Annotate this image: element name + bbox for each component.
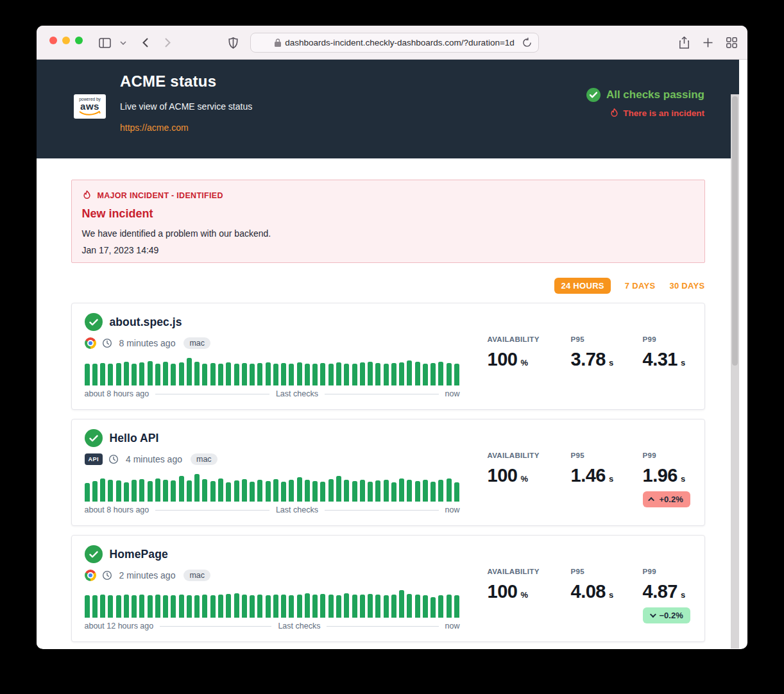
tab-30-days[interactable]: 30 DAYS [669, 278, 704, 294]
uptime-bar [297, 477, 302, 502]
scrollbar-thumb[interactable] [732, 96, 738, 366]
uptime-bar [266, 481, 271, 502]
uptime-bar [391, 363, 396, 385]
runtime-tag: mac [191, 453, 217, 465]
uptime-bar [218, 478, 223, 502]
aws-smile-icon [78, 111, 101, 115]
uptime-bar [447, 363, 452, 385]
new-tab-button[interactable] [699, 26, 716, 60]
uptime-bar [171, 364, 176, 385]
availability-unit: % [520, 590, 528, 600]
uptime-bar [407, 360, 412, 385]
minimize-window-button[interactable] [62, 37, 70, 44]
browser-toolbar: dashboards-incident.checkly-dashboards.c… [37, 26, 747, 60]
plus-icon [703, 38, 713, 47]
uptime-bar [384, 364, 389, 385]
uptime-bar [116, 363, 121, 385]
uptime-bar [312, 364, 318, 385]
uptime-bar [447, 478, 452, 502]
uptime-bar [384, 480, 389, 502]
p95-unit: s [609, 358, 613, 368]
uptime-bar [100, 478, 105, 502]
incident-level-row: MAJOR INCIDENT - IDENTIFIED [82, 190, 694, 201]
status-page-header: powered by aws ACME status Live view of … [37, 60, 739, 158]
sidebar-menu-button[interactable] [117, 26, 129, 60]
uptime-bar [148, 361, 153, 385]
uptime-bar [194, 474, 200, 502]
uptime-bar [171, 480, 176, 502]
uptime-bar [438, 480, 443, 502]
uptime-bar [266, 362, 271, 385]
uptime-bar [108, 595, 113, 618]
clock-icon [102, 570, 112, 580]
axis-end-label: now [445, 505, 460, 514]
p99-unit: s [681, 358, 685, 368]
zoom-window-button[interactable] [75, 37, 83, 44]
address-bar[interactable]: dashboards-incident.checkly-dashboards.c… [250, 33, 539, 53]
uptime-bar [234, 593, 239, 618]
uptime-bar [430, 482, 436, 502]
uptime-bar [336, 595, 341, 618]
p95-label: P95 [571, 335, 643, 343]
uptime-bar [187, 595, 192, 618]
check-title: HomePage [110, 548, 168, 561]
uptime-bar [257, 363, 262, 385]
availability-value: 100 [488, 465, 518, 486]
check-card-about-spec-js[interactable]: about.spec.js 8 minutes ago mac about 8 … [71, 303, 705, 410]
uptime-bar [139, 479, 144, 502]
uptime-bar [85, 483, 90, 502]
last-run-time: 8 minutes ago [119, 338, 176, 348]
uptime-bar [132, 595, 137, 618]
uptime-bar [163, 480, 168, 502]
check-card-hello-api[interactable]: Hello API API 4 minutes ago mac about 8 … [71, 419, 705, 526]
check-title: about.spec.js [110, 316, 182, 329]
aws-logo: powered by aws [74, 94, 106, 119]
axis-divider [325, 394, 439, 394]
page-scrollbar [731, 94, 739, 648]
uptime-bar [384, 595, 389, 618]
sidebar-toggle-button[interactable] [96, 26, 113, 60]
availability-unit: % [520, 474, 528, 484]
reload-button[interactable] [522, 37, 532, 51]
uptime-bar [148, 481, 153, 502]
uptime-bar [132, 480, 137, 502]
uptime-bar [100, 363, 105, 385]
uptime-bar [438, 595, 443, 618]
availability-value: 100 [488, 349, 518, 370]
flame-icon [609, 108, 619, 119]
close-window-button[interactable] [49, 37, 57, 44]
uptime-bar [218, 595, 223, 618]
check-passing-icon [85, 545, 103, 563]
last-run-time: 4 minutes ago [126, 454, 182, 464]
uptime-bar [210, 363, 216, 385]
privacy-report-button[interactable] [225, 26, 241, 60]
tab-overview-button[interactable] [722, 26, 740, 60]
uptime-bar [273, 479, 278, 502]
p95-value: 4.08 [571, 581, 606, 602]
uptime-bar [116, 480, 121, 502]
uptime-bar [226, 362, 231, 385]
check-circle-icon [586, 88, 601, 102]
forward-button[interactable] [160, 26, 175, 60]
axis-start-label: about 12 hours ago [85, 622, 154, 631]
uptime-bar [312, 481, 318, 502]
uptime-bar [415, 595, 420, 618]
uptime-bar [202, 364, 207, 385]
tab-7-days[interactable]: 7 DAYS [625, 278, 656, 294]
uptime-bar [171, 595, 176, 618]
page-subtitle: Live view of ACME service status [120, 101, 252, 112]
back-button[interactable] [138, 26, 152, 60]
uptime-bar [85, 595, 90, 618]
availability-label: AVAILABILITY [488, 452, 571, 459]
p99-unit: s [681, 474, 685, 484]
incident-message: We have identified a problem with our ba… [82, 228, 694, 239]
p95-label: P95 [571, 568, 643, 575]
trend-chevron-icon [649, 611, 656, 618]
check-card-homepage[interactable]: HomePage 2 minutes ago mac about 12 hour… [71, 535, 705, 642]
uptime-bar [108, 480, 113, 502]
share-button[interactable] [676, 26, 692, 60]
incident-banner: MAJOR INCIDENT - IDENTIFIED New incident… [71, 180, 705, 263]
acme-link[interactable]: https://acme.com [120, 123, 189, 133]
tab-24-hours[interactable]: 24 HOURS [554, 278, 610, 294]
axis-mid-label: Last checks [278, 622, 320, 631]
